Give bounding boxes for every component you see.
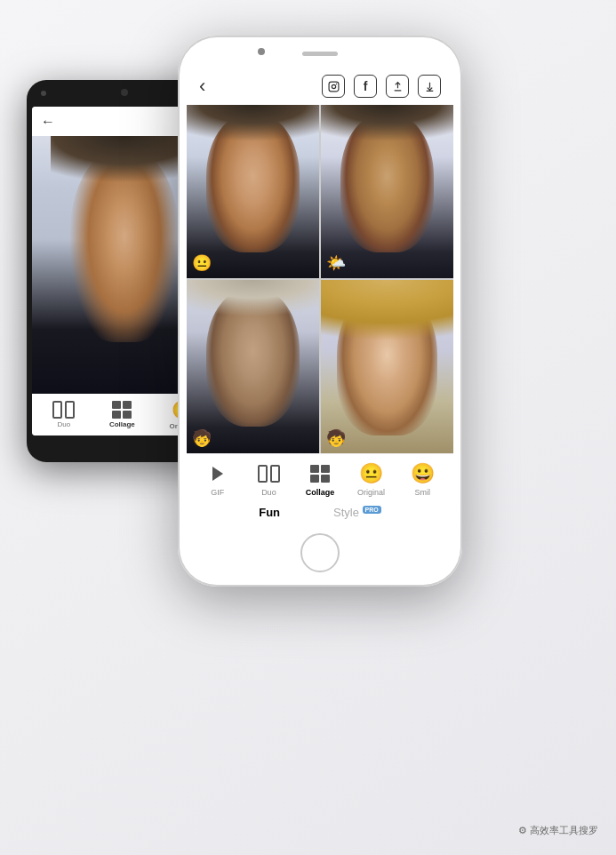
iphone-screen: ‹ f	[187, 68, 453, 523]
smile-label: Smil	[414, 488, 430, 497]
collage-icon	[306, 461, 334, 486]
iphone: ‹ f	[178, 36, 462, 587]
emoji-badge-4: 🧒	[326, 428, 346, 448]
svg-point-4	[332, 84, 335, 88]
android-back-arrow[interactable]: ←	[41, 114, 55, 130]
style-tab[interactable]: Style PRO	[333, 506, 381, 519]
toolbar-original[interactable]: 😐 Original	[352, 461, 391, 497]
iphone-speaker	[302, 52, 338, 56]
photo-cell-2: 🌤️	[321, 105, 453, 278]
download-button[interactable]	[418, 75, 441, 98]
iphone-back-arrow[interactable]: ‹	[199, 76, 205, 96]
toolbar-collage[interactable]: Collage	[300, 461, 340, 497]
iphone-topbar-icons: f	[322, 75, 441, 98]
sun-badge-2: 🌤️	[326, 253, 346, 273]
iphone-toolbar: GIF Duo	[187, 453, 453, 500]
smile-icon: 😀	[408, 461, 436, 486]
original-icon: 😐	[357, 461, 386, 486]
facebook-button[interactable]: f	[354, 75, 377, 98]
iphone-bottom-tabs: Fun Style PRO	[187, 500, 453, 523]
svg-rect-3	[329, 82, 339, 92]
iphone-back-area[interactable]: ‹	[199, 76, 205, 96]
face2	[321, 105, 453, 278]
pro-badge: PRO	[363, 506, 381, 514]
toolbar-duo[interactable]: Duo	[249, 461, 288, 497]
svg-point-5	[335, 83, 336, 84]
photo-cell-3: 🧒	[187, 280, 319, 453]
duo-icon	[254, 461, 283, 486]
share-button[interactable]	[386, 75, 409, 98]
android-toolbar-duo[interactable]: Duo	[52, 401, 75, 428]
gif-label: GIF	[211, 488, 224, 497]
photo-cell-1: 😐	[187, 105, 319, 278]
scene: ←	[0, 0, 616, 855]
face3	[187, 280, 319, 453]
emoji-badge-3: 🧒	[192, 428, 212, 448]
photo-grid: 😐 🌤️ 🧒	[187, 105, 453, 453]
iphone-topbar: ‹ f	[187, 68, 453, 105]
fun-tab[interactable]: Fun	[259, 506, 280, 519]
toolbar-smile[interactable]: 😀 Smil	[403, 461, 442, 497]
iphone-home-button[interactable]	[300, 533, 340, 572]
duo-label: Duo	[261, 488, 276, 497]
original-label: Original	[357, 488, 385, 497]
android-toolbar-collage[interactable]: Collage	[109, 401, 135, 428]
emoji-badge-1: 😐	[192, 253, 212, 273]
photo-cell-4: 🧒	[321, 280, 453, 453]
gif-icon	[204, 461, 232, 486]
face4	[321, 280, 453, 453]
collage-label: Collage	[306, 488, 335, 497]
iphone-camera	[258, 48, 265, 55]
face1	[187, 105, 319, 278]
instagram-button[interactable]	[322, 75, 345, 98]
toolbar-gif[interactable]: GIF	[198, 461, 237, 497]
watermark: ⚙ 高效率工具搜罗	[518, 824, 598, 837]
